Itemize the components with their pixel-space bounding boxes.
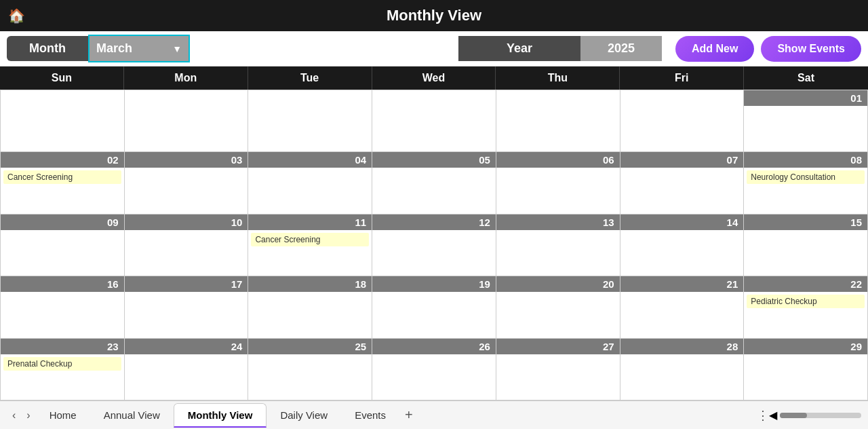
- tab-daily-view[interactable]: Daily View: [267, 404, 341, 426]
- day-header-thu: Thu: [496, 67, 620, 90]
- calendar-cell[interactable]: 23Prenatal Checkup: [1, 339, 125, 400]
- calendar-cell[interactable]: 16: [1, 276, 125, 337]
- calendar-week-3: 091011Cancer Screening12131415: [1, 214, 868, 276]
- cell-date: 27: [496, 339, 620, 354]
- cell-date: 01: [744, 90, 867, 106]
- cell-date: 14: [620, 214, 744, 230]
- calendar-cell[interactable]: 14: [620, 214, 745, 276]
- calendar-cell[interactable]: 06: [496, 152, 620, 213]
- calendar-grid: 0000000000000102Cancer Screening03040506…: [0, 90, 868, 400]
- scrollbar-track[interactable]: [780, 413, 861, 418]
- cell-date: 03: [125, 152, 248, 168]
- event-chip[interactable]: Pediatric Checkup: [747, 295, 865, 308]
- page-title: Monthly View: [387, 7, 481, 24]
- show-events-button[interactable]: Show Events: [761, 36, 861, 62]
- calendar-cell[interactable]: 24: [125, 339, 249, 400]
- cell-date: 19: [372, 276, 496, 292]
- calendar-cell[interactable]: 00: [248, 90, 372, 151]
- calendar-week-4: 16171819202122Pediatric Checkup: [1, 276, 868, 338]
- calendar-cell[interactable]: 13: [496, 214, 620, 276]
- calendar-cell[interactable]: 07: [620, 152, 745, 213]
- event-chip[interactable]: Neurology Consultation: [747, 170, 865, 184]
- calendar-cell[interactable]: 11Cancer Screening: [248, 214, 372, 276]
- calendar-cell[interactable]: 18: [248, 276, 372, 337]
- cell-date: 07: [620, 152, 744, 168]
- calendar-container: Sun Mon Tue Wed Thu Fri Sat 000000000000…: [0, 67, 868, 400]
- scrollbar-thumb: [780, 413, 807, 418]
- event-chip[interactable]: Cancer Screening: [3, 170, 121, 184]
- tab-events[interactable]: Events: [341, 404, 399, 426]
- tab-bar: ‹ › Home Annual View Monthly View Daily …: [0, 400, 868, 429]
- cell-date: 28: [620, 339, 744, 354]
- cell-date: 21: [620, 276, 744, 292]
- calendar-cell[interactable]: 27: [496, 339, 620, 400]
- cell-date: 05: [372, 152, 496, 168]
- event-chip[interactable]: Prenatal Checkup: [3, 357, 121, 371]
- calendar-cell[interactable]: 15: [744, 214, 868, 276]
- chevron-down-icon: ▼: [172, 43, 182, 54]
- day-headers: Sun Mon Tue Wed Thu Fri Sat: [0, 67, 868, 90]
- day-header-wed: Wed: [372, 67, 496, 90]
- tab-add-button[interactable]: +: [399, 405, 418, 426]
- calendar-cell[interactable]: 28: [620, 339, 745, 400]
- cell-date: 13: [496, 214, 620, 230]
- calendar-cell[interactable]: 17: [125, 276, 249, 337]
- tab-prev-button[interactable]: ‹: [7, 407, 21, 424]
- calendar-cell[interactable]: 00: [620, 90, 745, 151]
- home-icon[interactable]: 🏠: [8, 7, 25, 24]
- cell-date: 10: [125, 214, 248, 230]
- tab-next-button[interactable]: ›: [21, 407, 35, 424]
- month-selector[interactable]: March ▼: [88, 35, 190, 62]
- tab-home[interactable]: Home: [36, 404, 90, 426]
- controls-bar: Month March ▼ Year 2025 Add New Show Eve…: [0, 31, 868, 67]
- cell-date: 02: [1, 152, 124, 168]
- calendar-cell[interactable]: 20: [496, 276, 620, 337]
- cell-date: 06: [496, 152, 620, 168]
- tab-monthly-view[interactable]: Monthly View: [174, 403, 267, 428]
- calendar-cell[interactable]: 05: [372, 152, 496, 213]
- calendar-cell[interactable]: 02Cancer Screening: [1, 152, 125, 213]
- event-chip[interactable]: Cancer Screening: [251, 233, 369, 246]
- calendar-cell[interactable]: 09: [1, 214, 125, 276]
- cell-date: 23: [1, 339, 124, 354]
- scroll-left-icon[interactable]: ◀: [769, 409, 777, 422]
- calendar-week-2: 02Cancer Screening030405060708Neurology …: [1, 152, 868, 214]
- calendar-cell[interactable]: 22Pediatric Checkup: [744, 276, 868, 337]
- cell-date: 04: [248, 152, 372, 168]
- calendar-cell[interactable]: 12: [372, 214, 496, 276]
- calendar-cell[interactable]: 00: [125, 90, 249, 151]
- month-value: March: [96, 41, 132, 56]
- add-new-button[interactable]: Add New: [675, 36, 754, 62]
- cell-date: 09: [1, 214, 124, 230]
- tab-more-button[interactable]: ⋮: [757, 408, 769, 423]
- calendar-cell[interactable]: 00: [372, 90, 496, 151]
- cell-date: 26: [372, 339, 496, 354]
- calendar-cell[interactable]: 03: [125, 152, 249, 213]
- year-label: Year: [458, 36, 580, 61]
- calendar-cell[interactable]: 26: [372, 339, 496, 400]
- calendar-cell[interactable]: 29: [744, 339, 868, 400]
- cell-date: 17: [125, 276, 248, 292]
- day-header-mon: Mon: [124, 67, 248, 90]
- calendar-week-1: 00000000000001: [1, 90, 868, 152]
- day-header-sun: Sun: [0, 67, 124, 90]
- calendar-cell[interactable]: 01: [744, 90, 868, 151]
- day-header-sat: Sat: [744, 67, 868, 90]
- cell-date: 11: [248, 214, 372, 230]
- cell-date: 29: [744, 339, 867, 354]
- calendar-cell[interactable]: 00: [1, 90, 125, 151]
- top-bar: 🏠 Monthly View: [0, 0, 868, 31]
- calendar-cell[interactable]: 10: [125, 214, 249, 276]
- tab-annual-view[interactable]: Annual View: [90, 404, 174, 426]
- month-label: Month: [7, 36, 88, 61]
- calendar-cell[interactable]: 00: [496, 90, 620, 151]
- calendar-cell[interactable]: 25: [248, 339, 372, 400]
- cell-date: 22: [744, 276, 867, 292]
- calendar-cell[interactable]: 21: [620, 276, 745, 337]
- cell-date: 15: [744, 214, 867, 230]
- calendar-cell[interactable]: 08Neurology Consultation: [744, 152, 868, 213]
- day-header-tue: Tue: [248, 67, 372, 90]
- cell-date: 24: [125, 339, 248, 354]
- calendar-cell[interactable]: 04: [248, 152, 372, 213]
- calendar-cell[interactable]: 19: [372, 276, 496, 337]
